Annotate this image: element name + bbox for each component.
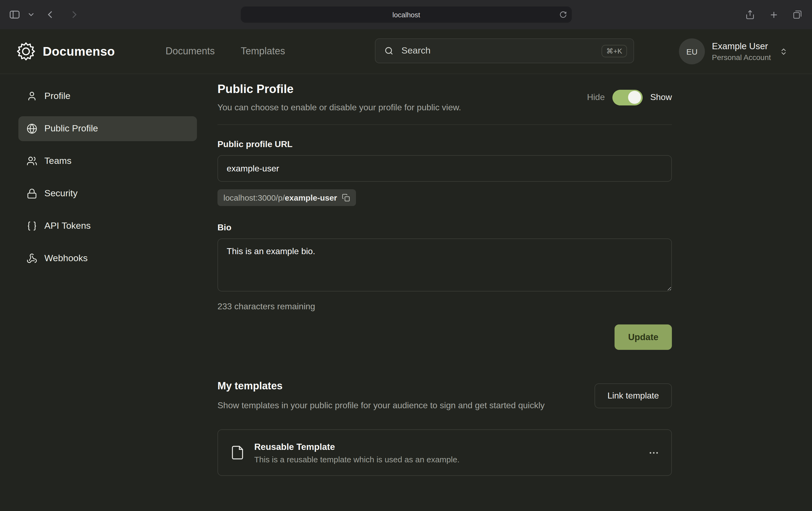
search-icon [384,46,394,56]
file-icon [230,445,245,460]
bio-textarea[interactable]: This is an example bio. [218,238,672,292]
sidebar-item-label: Public Profile [45,123,98,134]
account-name: Example User [712,41,771,51]
profile-link-text: localhost:3000/p/example-user [224,193,337,202]
page-subtitle: You can choose to enable or disable your… [218,103,461,113]
update-button[interactable]: Update [614,325,672,350]
profile-visibility-toggle[interactable] [612,90,643,105]
template-description: This is a reusable template which is use… [254,454,460,464]
search-input[interactable] [400,45,595,57]
user-icon [27,91,37,102]
sidebar-item-teams[interactable]: Teams [19,149,197,174]
url-field-label: Public profile URL [218,140,672,149]
share-icon[interactable] [745,9,755,20]
sidebar-item-label: API Tokens [45,221,91,232]
address-bar[interactable]: localhost [241,6,572,23]
app-header: Documenso Documents Templates ⌘+K EU Exa… [0,29,812,74]
account-type: Personal Account [712,53,771,62]
settings-sidebar: Profile Public Profile Teams Security AP… [19,84,197,278]
templates-description: Show templates in your public profile fo… [218,399,545,412]
sidebar-item-api-tokens[interactable]: API Tokens [19,214,197,238]
webhook-icon [27,253,37,264]
public-profile-url-input[interactable] [218,155,672,182]
copy-icon[interactable] [342,193,350,202]
braces-icon [27,221,37,232]
search-shortcut-badge: ⌘+K [601,44,627,57]
bio-field-label: Bio [218,223,672,233]
page-title: Public Profile [218,82,461,96]
browser-toolbar: localhost [0,0,812,29]
sidebar-item-label: Profile [45,91,70,102]
sidebar-item-label: Security [45,188,78,199]
globe-icon [27,123,37,134]
global-search[interactable]: ⌘+K [375,38,634,63]
forward-button[interactable] [69,9,80,20]
chevron-down-icon[interactable] [28,12,34,17]
sidebar-item-public-profile[interactable]: Public Profile [19,116,197,141]
users-icon [27,156,37,167]
new-tab-icon[interactable] [769,9,779,20]
sidebar-item-webhooks[interactable]: Webhooks [19,246,197,271]
toggle-knob [628,91,641,104]
lock-icon [27,188,37,199]
address-bar-url: localhost [393,10,420,19]
sidebar-toggle-icon[interactable] [9,9,21,21]
sidebar-item-security[interactable]: Security [19,181,197,206]
brand-name: Documenso [43,44,115,59]
profile-link-chip: localhost:3000/p/example-user [218,189,356,206]
sidebar-item-profile[interactable]: Profile [19,84,197,109]
link-template-button[interactable]: Link template [594,383,672,408]
documenso-logo-icon [17,42,35,61]
templates-title: My templates [218,380,545,392]
template-card: Reusable Template This is a reusable tem… [218,429,672,476]
nav-templates[interactable]: Templates [241,46,285,57]
back-button[interactable] [45,9,56,20]
template-menu-button[interactable] [648,447,660,458]
sidebar-item-label: Webhooks [45,253,88,264]
account-menu-trigger[interactable]: EU Example User Personal Account [679,38,788,64]
main-content: Public Profile You can choose to enable … [218,73,672,476]
nav-documents[interactable]: Documents [166,46,215,57]
characters-remaining: 233 characters remaining [218,302,672,311]
template-name: Reusable Template [254,442,460,452]
divider [218,124,672,125]
tabs-overview-icon[interactable] [792,10,802,20]
toggle-show-label: Show [650,92,672,102]
avatar: EU [679,38,705,64]
sidebar-item-label: Teams [45,156,71,167]
toggle-hide-label: Hide [587,92,605,102]
reload-icon[interactable] [559,11,567,19]
chevrons-up-down-icon [779,47,788,56]
brand-logo[interactable]: Documenso [17,42,115,61]
my-templates-section: My templates Show templates in your publ… [218,380,672,476]
screen: localhost Documen [0,0,812,511]
